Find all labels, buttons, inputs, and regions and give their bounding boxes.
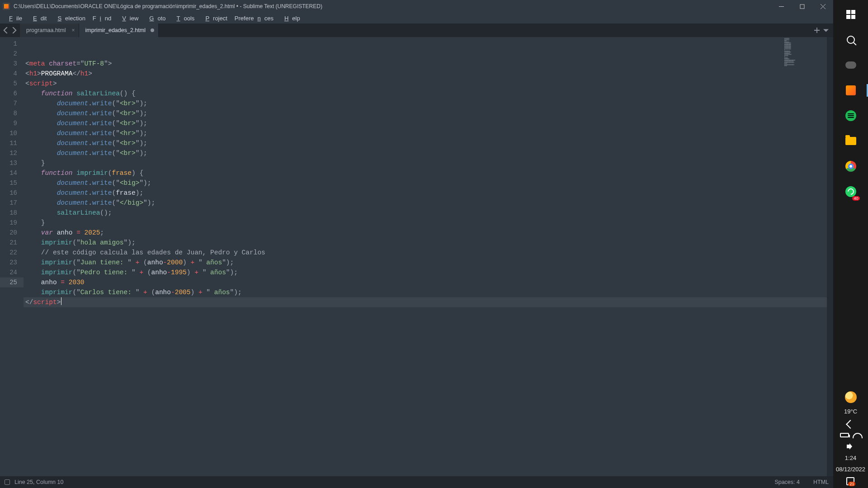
tab-close-icon[interactable]: × bbox=[72, 27, 75, 33]
nav-forward-icon[interactable] bbox=[11, 27, 17, 33]
taskbar-search-button[interactable] bbox=[840, 29, 862, 51]
code-line[interactable]: } bbox=[24, 218, 827, 228]
line-number[interactable]: 18 bbox=[0, 208, 24, 218]
line-number[interactable]: 2 bbox=[0, 49, 24, 59]
menu-file[interactable]: File bbox=[2, 14, 26, 23]
code-line[interactable]: imprimir("Pedro tiene: " + (anho-1995) +… bbox=[24, 267, 827, 277]
tab-dirty-indicator-icon bbox=[151, 28, 154, 32]
app-logo-icon bbox=[3, 3, 10, 10]
line-number[interactable]: 14 bbox=[0, 168, 24, 178]
line-number[interactable]: 21 bbox=[0, 238, 24, 248]
start-button[interactable] bbox=[840, 4, 862, 25]
code-line[interactable]: function saltarLinea() { bbox=[24, 89, 827, 99]
code-line[interactable]: // este código calcula las edades de Jua… bbox=[24, 248, 827, 258]
line-number[interactable]: 9 bbox=[0, 118, 24, 128]
line-number[interactable]: 12 bbox=[0, 148, 24, 158]
code-line[interactable]: document.write(frase); bbox=[24, 188, 827, 198]
tray-expand-icon[interactable] bbox=[847, 421, 854, 427]
line-number[interactable]: 1 bbox=[0, 39, 24, 49]
code-line[interactable]: document.write("<big>"); bbox=[24, 178, 827, 188]
line-number[interactable]: 6 bbox=[0, 89, 24, 99]
line-number[interactable]: 4 bbox=[0, 69, 24, 79]
new-tab-icon[interactable] bbox=[814, 28, 820, 33]
menu-preferences[interactable]: Preferences bbox=[231, 14, 277, 23]
tray-battery-network-row[interactable] bbox=[840, 432, 861, 438]
maximize-button[interactable] bbox=[792, 0, 812, 13]
taskbar-chrome-icon[interactable] bbox=[840, 155, 862, 177]
line-number[interactable]: 24 bbox=[0, 267, 24, 277]
code-line[interactable]: var anho = 2025; bbox=[24, 228, 827, 238]
tab-dropdown-icon[interactable] bbox=[823, 28, 829, 33]
code-line[interactable]: function imprimir(frase) { bbox=[24, 168, 827, 178]
taskbar-spotify-icon[interactable] bbox=[840, 105, 862, 127]
line-number[interactable]: 15 bbox=[0, 178, 24, 188]
code-line[interactable]: imprimir("hola amigos"); bbox=[24, 238, 827, 248]
line-number[interactable]: 3 bbox=[0, 59, 24, 69]
line-number[interactable]: 17 bbox=[0, 198, 24, 208]
taskbar-app-generic[interactable] bbox=[840, 54, 862, 76]
taskbar-weather-temp[interactable]: 19°C bbox=[844, 408, 857, 415]
title-bar[interactable]: C:\Users\DELL\Documents\ORACLE ONE\Lógic… bbox=[0, 0, 833, 13]
code-line[interactable]: document.write("<br>"); bbox=[24, 138, 827, 148]
taskbar-sublime-icon[interactable] bbox=[840, 80, 862, 101]
code-line[interactable]: </script> bbox=[24, 297, 827, 307]
code-line[interactable]: document.write("<br>"); bbox=[24, 108, 827, 118]
panel-switcher-icon[interactable] bbox=[5, 479, 10, 485]
nav-back-icon[interactable] bbox=[3, 27, 9, 33]
taskbar-whatsapp-icon[interactable]: 40 bbox=[840, 181, 862, 202]
status-syntax[interactable]: HTML bbox=[813, 479, 829, 485]
taskbar-explorer-icon[interactable] bbox=[840, 130, 862, 152]
taskbar-clock-time[interactable]: 1:24 bbox=[845, 455, 856, 461]
tab-programaa-html[interactable]: programaa.html× bbox=[20, 23, 79, 37]
code-line[interactable]: imprimir("Carlos tiene: " + (anho-2005) … bbox=[24, 287, 827, 297]
notifications-button[interactable]: 21 bbox=[846, 477, 854, 485]
code-editor[interactable]: <meta charset="UTF-8"><h1>PROGRAMA</h1><… bbox=[24, 37, 827, 476]
menu-tools[interactable]: Tools bbox=[170, 14, 198, 23]
menu-edit[interactable]: Edit bbox=[26, 14, 50, 23]
code-line[interactable]: } bbox=[24, 158, 827, 168]
whatsapp-badge: 40 bbox=[852, 196, 859, 201]
line-number[interactable]: 19 bbox=[0, 218, 24, 228]
menu-help[interactable]: Help bbox=[277, 14, 304, 23]
line-number[interactable]: 22 bbox=[0, 248, 24, 258]
line-number[interactable]: 10 bbox=[0, 128, 24, 138]
menu-view[interactable]: View bbox=[115, 14, 142, 23]
code-line[interactable]: document.write("<br>"); bbox=[24, 99, 827, 108]
code-line[interactable]: <h1>PROGRAMA</h1> bbox=[24, 69, 827, 79]
taskbar-clock-date[interactable]: 08/12/2022 bbox=[836, 466, 865, 473]
menu-selection[interactable]: Selection bbox=[50, 14, 89, 23]
tab-label: imprimir_edades_2.html bbox=[85, 27, 146, 33]
menu-find[interactable]: Find bbox=[89, 14, 115, 23]
line-number[interactable]: 13 bbox=[0, 158, 24, 168]
svg-rect-0 bbox=[800, 5, 804, 9]
tray-volume-icon[interactable] bbox=[847, 443, 854, 450]
code-line[interactable]: imprimir("Juan tiene: " + (anho-2000) + … bbox=[24, 258, 827, 267]
close-button[interactable] bbox=[812, 0, 833, 13]
line-number[interactable]: 5 bbox=[0, 79, 24, 89]
line-number[interactable]: 7 bbox=[0, 99, 24, 108]
line-number[interactable]: 25 bbox=[0, 277, 24, 287]
code-line[interactable]: saltarLinea(); bbox=[24, 208, 827, 218]
code-line[interactable]: <script> bbox=[24, 79, 827, 89]
line-number[interactable]: 8 bbox=[0, 108, 24, 118]
line-number-gutter[interactable]: 1234567891011121314151617181920212223242… bbox=[0, 37, 24, 476]
menu-project[interactable]: Project bbox=[198, 14, 231, 23]
line-number[interactable]: 16 bbox=[0, 188, 24, 198]
status-position[interactable]: Line 25, Column 10 bbox=[14, 479, 63, 485]
status-spaces[interactable]: Spaces: 4 bbox=[774, 479, 800, 485]
menu-goto[interactable]: Goto bbox=[142, 14, 169, 23]
code-line[interactable]: document.write("<hr>"); bbox=[24, 128, 827, 138]
code-line[interactable]: <meta charset="UTF-8"> bbox=[24, 59, 827, 69]
code-line[interactable]: document.write("<br>"); bbox=[24, 148, 827, 158]
code-line[interactable]: document.write("</big>"); bbox=[24, 198, 827, 208]
taskbar-weather-icon[interactable] bbox=[840, 386, 862, 408]
code-line[interactable]: document.write("<br>"); bbox=[24, 118, 827, 128]
minimap[interactable]: █████████ █████████ ████ █████████ █████… bbox=[784, 38, 821, 70]
code-line[interactable]: anho = 2030 bbox=[24, 277, 827, 287]
minimize-button[interactable] bbox=[771, 0, 792, 13]
line-number[interactable]: 23 bbox=[0, 258, 24, 267]
line-number[interactable]: 11 bbox=[0, 138, 24, 148]
line-number[interactable]: 20 bbox=[0, 228, 24, 238]
tab-imprimir-edades-2-html[interactable]: imprimir_edades_2.html bbox=[79, 23, 159, 37]
vertical-scrollbar[interactable] bbox=[827, 37, 833, 476]
